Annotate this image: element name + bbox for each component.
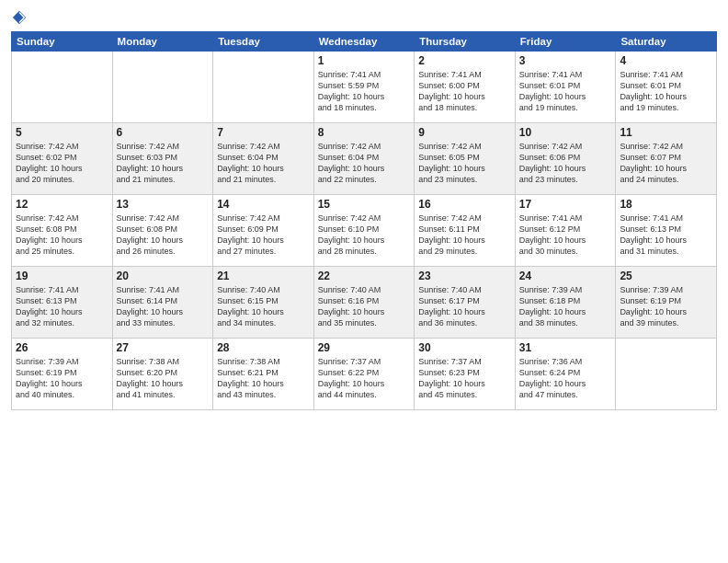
calendar-cell: 7Sunrise: 7:42 AM Sunset: 6:04 PM Daylig… bbox=[213, 123, 314, 195]
day-number: 17 bbox=[519, 198, 612, 211]
day-number: 21 bbox=[217, 270, 310, 282]
calendar-cell: 16Sunrise: 7:42 AM Sunset: 6:11 PM Dayli… bbox=[415, 195, 516, 267]
calendar-cell: 1Sunrise: 7:41 AM Sunset: 5:59 PM Daylig… bbox=[313, 52, 415, 123]
calendar-cell: 6Sunrise: 7:42 AM Sunset: 6:03 PM Daylig… bbox=[112, 123, 213, 195]
day-number: 2 bbox=[418, 54, 511, 67]
day-info: Sunrise: 7:41 AM Sunset: 6:13 PM Dayligh… bbox=[16, 284, 108, 329]
day-info: Sunrise: 7:40 AM Sunset: 6:17 PM Dayligh… bbox=[418, 284, 511, 329]
day-info: Sunrise: 7:39 AM Sunset: 6:18 PM Dayligh… bbox=[519, 284, 612, 329]
day-info: Sunrise: 7:42 AM Sunset: 6:04 PM Dayligh… bbox=[318, 141, 411, 186]
day-info: Sunrise: 7:39 AM Sunset: 6:19 PM Dayligh… bbox=[620, 284, 712, 329]
weekday-header-sunday: Sunday bbox=[12, 32, 113, 52]
day-info: Sunrise: 7:41 AM Sunset: 6:01 PM Dayligh… bbox=[519, 69, 612, 114]
week-row-5: 26Sunrise: 7:39 AM Sunset: 6:19 PM Dayli… bbox=[12, 339, 717, 410]
calendar-cell: 30Sunrise: 7:37 AM Sunset: 6:23 PM Dayli… bbox=[415, 339, 516, 410]
calendar-cell bbox=[213, 52, 314, 123]
day-info: Sunrise: 7:42 AM Sunset: 6:02 PM Dayligh… bbox=[16, 141, 108, 186]
calendar-cell: 23Sunrise: 7:40 AM Sunset: 6:17 PM Dayli… bbox=[415, 267, 516, 339]
calendar-cell: 8Sunrise: 7:42 AM Sunset: 6:04 PM Daylig… bbox=[313, 123, 415, 195]
day-number: 28 bbox=[217, 341, 310, 354]
day-info: Sunrise: 7:42 AM Sunset: 6:05 PM Dayligh… bbox=[418, 141, 511, 186]
week-row-4: 19Sunrise: 7:41 AM Sunset: 6:13 PM Dayli… bbox=[12, 267, 717, 339]
day-info: Sunrise: 7:41 AM Sunset: 5:59 PM Dayligh… bbox=[318, 69, 411, 114]
calendar-cell: 15Sunrise: 7:42 AM Sunset: 6:10 PM Dayli… bbox=[313, 195, 415, 267]
calendar-cell: 20Sunrise: 7:41 AM Sunset: 6:14 PM Dayli… bbox=[112, 267, 213, 339]
day-number: 6 bbox=[117, 126, 210, 139]
calendar-cell: 29Sunrise: 7:37 AM Sunset: 6:22 PM Dayli… bbox=[313, 339, 415, 410]
day-info: Sunrise: 7:42 AM Sunset: 6:08 PM Dayligh… bbox=[16, 213, 108, 258]
day-number: 8 bbox=[318, 126, 411, 139]
day-info: Sunrise: 7:37 AM Sunset: 6:23 PM Dayligh… bbox=[418, 356, 511, 401]
day-info: Sunrise: 7:41 AM Sunset: 6:01 PM Dayligh… bbox=[620, 69, 712, 114]
week-row-1: 1Sunrise: 7:41 AM Sunset: 5:59 PM Daylig… bbox=[12, 52, 717, 123]
weekday-header-saturday: Saturday bbox=[616, 32, 717, 52]
calendar-cell: 2Sunrise: 7:41 AM Sunset: 6:00 PM Daylig… bbox=[415, 52, 516, 123]
day-number: 10 bbox=[519, 126, 612, 139]
calendar-cell: 13Sunrise: 7:42 AM Sunset: 6:08 PM Dayli… bbox=[112, 195, 213, 267]
weekday-header-thursday: Thursday bbox=[415, 32, 516, 52]
calendar-cell: 28Sunrise: 7:38 AM Sunset: 6:21 PM Dayli… bbox=[213, 339, 314, 410]
day-info: Sunrise: 7:41 AM Sunset: 6:14 PM Dayligh… bbox=[117, 284, 210, 329]
day-number: 1 bbox=[318, 54, 411, 67]
day-info: Sunrise: 7:41 AM Sunset: 6:12 PM Dayligh… bbox=[519, 213, 612, 258]
day-number: 14 bbox=[217, 198, 310, 211]
calendar: SundayMondayTuesdayWednesdayThursdayFrid… bbox=[11, 31, 717, 410]
calendar-cell: 14Sunrise: 7:42 AM Sunset: 6:09 PM Dayli… bbox=[213, 195, 314, 267]
calendar-cell: 10Sunrise: 7:42 AM Sunset: 6:06 PM Dayli… bbox=[515, 123, 616, 195]
calendar-cell: 18Sunrise: 7:41 AM Sunset: 6:13 PM Dayli… bbox=[616, 195, 717, 267]
day-info: Sunrise: 7:42 AM Sunset: 6:08 PM Dayligh… bbox=[117, 213, 210, 258]
calendar-cell: 19Sunrise: 7:41 AM Sunset: 6:13 PM Dayli… bbox=[12, 267, 113, 339]
calendar-cell: 9Sunrise: 7:42 AM Sunset: 6:05 PM Daylig… bbox=[415, 123, 516, 195]
day-info: Sunrise: 7:42 AM Sunset: 6:07 PM Dayligh… bbox=[620, 141, 712, 186]
day-number: 24 bbox=[519, 270, 612, 282]
day-info: Sunrise: 7:38 AM Sunset: 6:21 PM Dayligh… bbox=[217, 356, 310, 401]
day-number: 29 bbox=[318, 341, 411, 354]
day-number: 23 bbox=[418, 270, 511, 282]
day-info: Sunrise: 7:42 AM Sunset: 6:04 PM Dayligh… bbox=[217, 141, 310, 186]
calendar-cell: 24Sunrise: 7:39 AM Sunset: 6:18 PM Dayli… bbox=[515, 267, 616, 339]
day-number: 11 bbox=[620, 126, 712, 139]
day-info: Sunrise: 7:42 AM Sunset: 6:06 PM Dayligh… bbox=[519, 141, 612, 186]
calendar-cell: 27Sunrise: 7:38 AM Sunset: 6:20 PM Dayli… bbox=[112, 339, 213, 410]
calendar-cell: 5Sunrise: 7:42 AM Sunset: 6:02 PM Daylig… bbox=[12, 123, 113, 195]
day-info: Sunrise: 7:36 AM Sunset: 6:24 PM Dayligh… bbox=[519, 356, 612, 401]
weekday-header-row: SundayMondayTuesdayWednesdayThursdayFrid… bbox=[12, 32, 717, 52]
day-number: 12 bbox=[16, 198, 108, 211]
day-info: Sunrise: 7:41 AM Sunset: 6:00 PM Dayligh… bbox=[418, 69, 511, 114]
day-info: Sunrise: 7:39 AM Sunset: 6:19 PM Dayligh… bbox=[16, 356, 108, 401]
weekday-header-wednesday: Wednesday bbox=[313, 32, 415, 52]
day-number: 30 bbox=[418, 341, 511, 354]
calendar-cell bbox=[616, 339, 717, 410]
calendar-cell: 31Sunrise: 7:36 AM Sunset: 6:24 PM Dayli… bbox=[515, 339, 616, 410]
calendar-cell: 21Sunrise: 7:40 AM Sunset: 6:15 PM Dayli… bbox=[213, 267, 314, 339]
calendar-cell: 11Sunrise: 7:42 AM Sunset: 6:07 PM Dayli… bbox=[616, 123, 717, 195]
calendar-cell bbox=[112, 52, 213, 123]
day-info: Sunrise: 7:40 AM Sunset: 6:16 PM Dayligh… bbox=[318, 284, 411, 329]
day-number: 18 bbox=[620, 198, 712, 211]
day-number: 22 bbox=[318, 270, 411, 282]
header bbox=[11, 9, 717, 26]
calendar-cell: 4Sunrise: 7:41 AM Sunset: 6:01 PM Daylig… bbox=[616, 52, 717, 123]
logo-icon bbox=[11, 9, 28, 26]
calendar-cell: 12Sunrise: 7:42 AM Sunset: 6:08 PM Dayli… bbox=[12, 195, 113, 267]
day-info: Sunrise: 7:42 AM Sunset: 6:03 PM Dayligh… bbox=[117, 141, 210, 186]
day-number: 4 bbox=[620, 54, 712, 67]
day-info: Sunrise: 7:40 AM Sunset: 6:15 PM Dayligh… bbox=[217, 284, 310, 329]
day-number: 15 bbox=[318, 198, 411, 211]
logo bbox=[11, 9, 31, 26]
day-number: 25 bbox=[620, 270, 712, 282]
day-number: 3 bbox=[519, 54, 612, 67]
day-number: 19 bbox=[16, 270, 108, 282]
day-number: 7 bbox=[217, 126, 310, 139]
day-info: Sunrise: 7:42 AM Sunset: 6:11 PM Dayligh… bbox=[418, 213, 511, 258]
day-number: 26 bbox=[16, 341, 108, 354]
day-info: Sunrise: 7:38 AM Sunset: 6:20 PM Dayligh… bbox=[117, 356, 210, 401]
page-container: SundayMondayTuesdayWednesdayThursdayFrid… bbox=[0, 0, 728, 563]
weekday-header-friday: Friday bbox=[515, 32, 616, 52]
day-number: 31 bbox=[519, 341, 612, 354]
calendar-cell: 3Sunrise: 7:41 AM Sunset: 6:01 PM Daylig… bbox=[515, 52, 616, 123]
weekday-header-tuesday: Tuesday bbox=[213, 32, 314, 52]
day-number: 5 bbox=[16, 126, 108, 139]
day-number: 27 bbox=[117, 341, 210, 354]
calendar-cell: 17Sunrise: 7:41 AM Sunset: 6:12 PM Dayli… bbox=[515, 195, 616, 267]
